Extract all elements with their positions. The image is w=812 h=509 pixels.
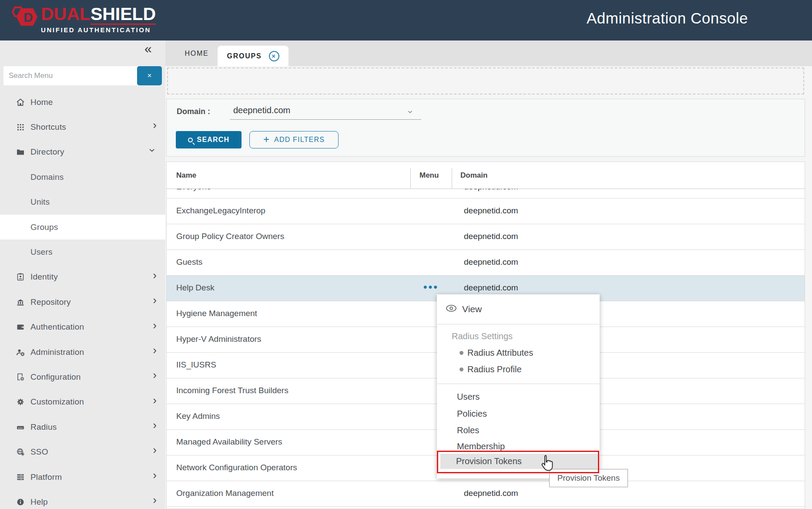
sidebar-item-label: Home [30,98,53,107]
info-icon [16,497,25,507]
eye-icon [446,304,457,314]
column-header-domain[interactable]: Domain [460,171,487,180]
sidebar-item-directory[interactable]: Directory› [0,140,165,165]
group-name-cell: ExchangeLegacyInterop [176,206,265,216]
servers-icon [16,472,25,482]
sidebar-search-clear-button[interactable]: × [137,66,162,85]
sidebar-item-label: Administration [30,347,84,357]
sidebar-item-users[interactable]: Users [0,239,165,264]
sidebar-item-administration[interactable]: Administration› [0,340,165,364]
chevron-down-icon[interactable]: › [405,110,416,113]
column-header-name[interactable]: Name [176,171,196,180]
column-divider [410,168,411,189]
group-name-cell: Everyone [176,189,211,192]
table-row[interactable]: Everyonedeepnetid.com [167,189,805,199]
logo-wordmark: DUALSHIELD [41,4,156,24]
user-gear-icon [16,347,25,357]
sidebar-item-home[interactable]: Home [0,90,165,115]
sidebar-item-radius[interactable]: Radius› [0,415,165,439]
bullet-icon [460,367,463,371]
chevron-right-icon: › [153,396,157,405]
sidebar-item-label: Users [30,247,53,257]
column-divider [452,168,452,189]
tab-close-icon[interactable]: × [269,51,279,61]
id-badge-icon [16,272,25,282]
tab-home[interactable]: HOME [178,40,216,66]
group-domain-cell: deepnetid.com [464,283,518,293]
group-name-cell: Incoming Forest Trust Builders [176,386,289,395]
menu-item-provision-tokens[interactable]: Provision Tokens [440,454,599,469]
sidebar-item-sso[interactable]: SSO› [0,439,165,464]
group-name-cell: Guests [176,257,202,267]
wallet-icon [16,322,25,332]
chevron-right-icon: › [153,371,157,379]
svg-text:D: D [23,10,33,24]
sidebar-item-configuration[interactable]: Configuration› [0,364,165,389]
sidebar-item-label: Radius [30,422,57,432]
group-name-cell: Hygiene Management [176,309,257,318]
menu-item-roles[interactable]: Roles [457,422,479,438]
administration-console: D DUALSHIELD UNIFIED AUTHENTICATION Admi… [0,0,812,509]
dualshield-logo-icon: D [11,5,38,34]
chevron-right-icon: › [153,296,157,304]
table-row[interactable]: Organization Managementdeepnetid.com [167,481,805,507]
group-name-cell: Key Admins [176,411,220,421]
router-icon [16,422,25,432]
group-domain-cell: deepnetid.com [464,232,518,241]
sidebar-collapse-icon[interactable]: « [144,41,152,56]
sidebar-item-groups[interactable]: Groups [0,215,165,239]
sidebar-item-shortcuts[interactable]: Shortcuts› [0,115,165,139]
dualshield-logo: D DUALSHIELD UNIFIED AUTHENTICATION [11,4,156,34]
sidebar-item-customization[interactable]: Customization› [0,390,165,415]
sidebar-menu: HomeShortcuts›Directory›DomainsUnitsGrou… [0,90,165,509]
chevron-right-icon: › [153,321,157,330]
logo-tagline: UNIFIED AUTHENTICATION [41,26,156,34]
chevron-right-icon: › [153,346,157,354]
sidebar-item-platform[interactable]: Platform› [0,465,165,489]
sidebar-item-label: Help [30,497,48,507]
sidebar-item-repository[interactable]: Repository› [0,290,165,314]
menu-item-policies[interactable]: Policies [457,405,487,422]
menu-item-radius-attributes[interactable]: Radius Attributes [460,344,533,361]
domain-select-underline [230,119,421,120]
row-context-menu: View Radius Settings Radius Attributes R… [437,294,600,479]
sidebar-item-label: Authentication [30,322,84,332]
filter-dropzone [167,67,804,94]
group-name-cell: Managed Availability Servers [176,437,282,447]
tab-groups[interactable]: GROUPS × [218,46,289,66]
bank-icon [16,297,25,307]
app-header: D DUALSHIELD UNIFIED AUTHENTICATION Admi… [0,0,812,40]
group-name-cell: Group Policy Creator Owners [176,232,284,241]
menu-item-membership[interactable]: Membership [457,438,505,455]
sidebar-item-units[interactable]: Units [0,190,165,215]
group-name-cell: Network Configuration Operators [176,463,297,472]
sidebar-item-label: Domains [30,172,64,182]
menu-item-view[interactable]: View [437,294,600,324]
add-filters-button[interactable]: + ADD FILTERS [249,131,339,148]
search-icon [188,138,193,142]
group-domain-cell: deepnetid.com [464,206,518,216]
sidebar-item-help[interactable]: Help› [0,489,165,509]
column-header-menu: Menu [419,171,439,180]
sidebar-item-label: Identity [30,272,58,282]
search-button[interactable]: SEARCH [176,131,242,148]
chevron-right-icon: › [153,445,157,454]
close-icon: × [148,71,152,80]
menu-divider [437,384,600,384]
table-row[interactable]: Group Policy Creator Ownersdeepnetid.com [167,224,805,250]
globe-gear-icon [16,447,25,457]
sidebar-item-authentication[interactable]: Authentication› [0,315,165,340]
table-row[interactable]: ExchangeLegacyInteropdeepnetid.com [167,199,805,224]
group-name-cell: Organization Management [176,489,274,498]
domain-select-value[interactable]: deepnetid.com [233,105,290,115]
menu-item-radius-profile[interactable]: Radius Profile [460,361,522,378]
domain-label: Domain : [177,107,210,116]
sidebar-item-domains[interactable]: Domains [0,165,165,189]
chevron-right-icon: › [153,421,157,429]
sidebar-item-label: Directory [30,147,64,157]
chevron-right-icon: › [153,121,157,129]
sidebar-item-identity[interactable]: Identity› [0,265,165,290]
table-row[interactable]: Guestsdeepnetid.com [167,250,805,276]
group-domain-cell: deepnetid.com [464,257,518,267]
menu-item-users[interactable]: Users [457,388,480,405]
